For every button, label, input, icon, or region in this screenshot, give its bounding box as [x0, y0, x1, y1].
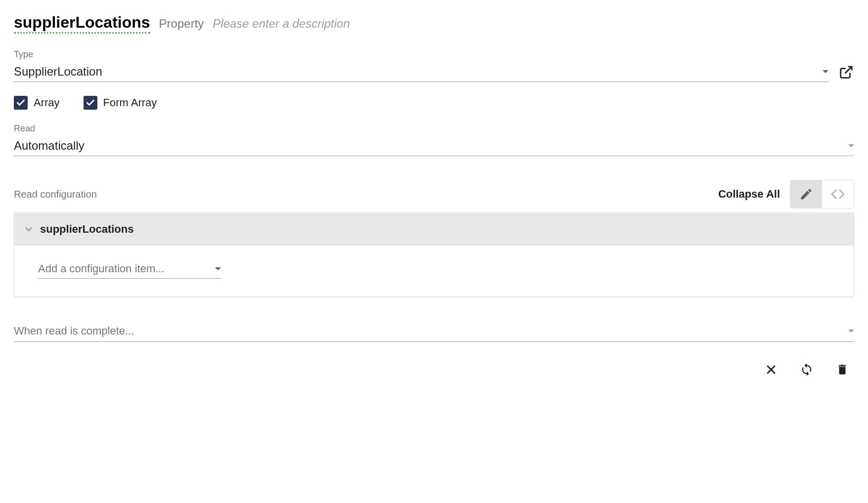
collapse-all-button[interactable]: Collapse All: [718, 188, 780, 201]
chevron-down-icon: [823, 70, 828, 73]
config-panel-toggle[interactable]: supplierLocations: [14, 213, 854, 246]
delete-button[interactable]: [834, 362, 850, 377]
refresh-icon: [800, 363, 814, 377]
chevron-down-icon: [23, 224, 34, 235]
when-complete-placeholder: When read is complete...: [14, 325, 134, 337]
when-read-complete-select[interactable]: When read is complete...: [14, 321, 854, 342]
config-panel-title: supplierLocations: [40, 223, 133, 236]
chevron-down-icon: [848, 144, 854, 147]
description-input[interactable]: Please enter a description: [213, 17, 350, 31]
pencil-icon: [799, 187, 813, 201]
svg-line-0: [845, 66, 852, 73]
array-checkbox[interactable]: Array: [14, 96, 60, 110]
checkbox-checked-icon: [84, 96, 97, 110]
close-icon: [764, 363, 778, 377]
type-select[interactable]: SupplierLocation: [14, 62, 828, 82]
type-value: SupplierLocation: [14, 65, 102, 79]
code-icon: [830, 186, 846, 202]
trash-icon: [836, 363, 849, 376]
read-config-label: Read configuration: [14, 189, 97, 200]
close-button[interactable]: [763, 362, 779, 377]
chevron-down-icon: [848, 330, 854, 333]
array-checkbox-label: Array: [34, 96, 60, 109]
form-array-checkbox-label: Form Array: [103, 96, 157, 109]
type-label: Type: [14, 49, 854, 60]
read-value: Automatically: [14, 139, 85, 153]
read-select[interactable]: Automatically: [14, 136, 854, 156]
add-config-item-select[interactable]: Add a configuration item...: [38, 259, 221, 279]
refresh-button[interactable]: [799, 362, 815, 377]
checkbox-checked-icon: [14, 96, 28, 110]
property-subtitle: Property: [159, 17, 204, 31]
edit-mode-button[interactable]: [790, 180, 822, 208]
open-type-button[interactable]: [838, 64, 854, 80]
property-title[interactable]: supplierLocations: [14, 14, 150, 34]
form-array-checkbox[interactable]: Form Array: [84, 96, 157, 110]
add-config-placeholder: Add a configuration item...: [38, 262, 165, 275]
external-link-icon: [839, 65, 854, 80]
chevron-down-icon: [215, 267, 221, 270]
read-label: Read: [14, 124, 854, 134]
code-mode-button[interactable]: [822, 180, 854, 208]
